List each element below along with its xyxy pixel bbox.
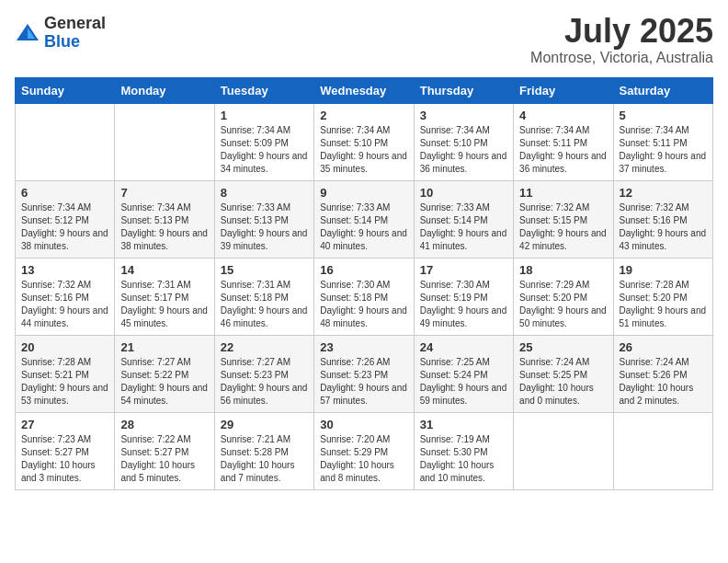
- calendar-week-row: 27Sunrise: 7:23 AM Sunset: 5:27 PM Dayli…: [16, 413, 713, 490]
- day-number: 27: [21, 418, 108, 431]
- day-info: Sunrise: 7:24 AM Sunset: 5:25 PM Dayligh…: [519, 356, 607, 408]
- day-info: Sunrise: 7:34 AM Sunset: 5:12 PM Dayligh…: [21, 201, 108, 253]
- day-info: Sunrise: 7:31 AM Sunset: 5:18 PM Dayligh…: [221, 279, 308, 330]
- calendar-cell: 13Sunrise: 7:32 AM Sunset: 5:16 PM Dayli…: [16, 259, 115, 336]
- calendar-cell: 23Sunrise: 7:26 AM Sunset: 5:23 PM Dayli…: [314, 336, 414, 413]
- day-number: 23: [320, 340, 407, 354]
- day-info: Sunrise: 7:34 AM Sunset: 5:09 PM Dayligh…: [221, 124, 308, 176]
- day-info: Sunrise: 7:34 AM Sunset: 5:10 PM Dayligh…: [320, 124, 407, 176]
- calendar-week-row: 1Sunrise: 7:34 AM Sunset: 5:09 PM Daylig…: [16, 104, 713, 181]
- calendar-cell: [514, 413, 613, 490]
- day-number: 6: [21, 186, 108, 200]
- weekday-header-tuesday: Tuesday: [214, 78, 313, 104]
- day-info: Sunrise: 7:27 AM Sunset: 5:23 PM Dayligh…: [221, 356, 308, 408]
- title-block: July 2025 Montrose, Victoria, Australia: [530, 15, 713, 66]
- month-year: July 2025: [530, 15, 713, 48]
- day-number: 9: [320, 186, 407, 200]
- calendar-cell: [16, 104, 115, 181]
- calendar-cell: 7Sunrise: 7:34 AM Sunset: 5:13 PM Daylig…: [115, 181, 214, 259]
- day-number: 24: [420, 340, 507, 354]
- calendar-cell: 28Sunrise: 7:22 AM Sunset: 5:27 PM Dayli…: [115, 413, 214, 490]
- calendar-cell: 22Sunrise: 7:27 AM Sunset: 5:23 PM Dayli…: [214, 336, 313, 413]
- day-info: Sunrise: 7:33 AM Sunset: 5:14 PM Dayligh…: [420, 201, 507, 253]
- day-number: 17: [420, 263, 507, 277]
- day-number: 19: [620, 263, 707, 277]
- calendar-cell: 9Sunrise: 7:33 AM Sunset: 5:14 PM Daylig…: [314, 181, 414, 259]
- day-info: Sunrise: 7:29 AM Sunset: 5:20 PM Dayligh…: [519, 279, 607, 330]
- calendar-week-row: 6Sunrise: 7:34 AM Sunset: 5:12 PM Daylig…: [16, 181, 713, 259]
- calendar-week-row: 13Sunrise: 7:32 AM Sunset: 5:16 PM Dayli…: [16, 259, 713, 336]
- day-info: Sunrise: 7:32 AM Sunset: 5:16 PM Dayligh…: [21, 279, 108, 330]
- logo: General Blue: [15, 15, 106, 52]
- day-info: Sunrise: 7:27 AM Sunset: 5:22 PM Dayligh…: [120, 356, 208, 408]
- day-info: Sunrise: 7:34 AM Sunset: 5:11 PM Dayligh…: [620, 124, 707, 176]
- day-info: Sunrise: 7:31 AM Sunset: 5:17 PM Dayligh…: [120, 279, 208, 330]
- day-info: Sunrise: 7:34 AM Sunset: 5:11 PM Dayligh…: [519, 124, 607, 176]
- calendar-cell: 1Sunrise: 7:34 AM Sunset: 5:09 PM Daylig…: [214, 104, 313, 181]
- day-info: Sunrise: 7:32 AM Sunset: 5:15 PM Dayligh…: [519, 201, 607, 253]
- day-info: Sunrise: 7:26 AM Sunset: 5:23 PM Dayligh…: [320, 356, 407, 408]
- day-number: 29: [221, 418, 308, 431]
- day-info: Sunrise: 7:30 AM Sunset: 5:19 PM Dayligh…: [420, 279, 507, 330]
- location: Montrose, Victoria, Australia: [530, 50, 713, 66]
- calendar-cell: 12Sunrise: 7:32 AM Sunset: 5:16 PM Dayli…: [613, 181, 712, 259]
- day-info: Sunrise: 7:28 AM Sunset: 5:20 PM Dayligh…: [620, 279, 707, 330]
- calendar-week-row: 20Sunrise: 7:28 AM Sunset: 5:21 PM Dayli…: [16, 336, 713, 413]
- day-info: Sunrise: 7:25 AM Sunset: 5:24 PM Dayligh…: [420, 356, 507, 408]
- calendar-cell: 29Sunrise: 7:21 AM Sunset: 5:28 PM Dayli…: [214, 413, 313, 490]
- day-number: 25: [519, 340, 607, 354]
- day-number: 3: [420, 109, 507, 122]
- day-number: 14: [120, 263, 208, 277]
- day-number: 20: [21, 340, 108, 354]
- day-number: 30: [320, 418, 407, 431]
- calendar-cell: 17Sunrise: 7:30 AM Sunset: 5:19 PM Dayli…: [414, 259, 513, 336]
- calendar-cell: 3Sunrise: 7:34 AM Sunset: 5:10 PM Daylig…: [414, 104, 513, 181]
- calendar-cell: 20Sunrise: 7:28 AM Sunset: 5:21 PM Dayli…: [16, 336, 115, 413]
- day-number: 7: [120, 186, 208, 200]
- calendar-cell: [115, 104, 214, 181]
- day-number: 31: [420, 418, 507, 431]
- day-number: 15: [221, 263, 308, 277]
- day-info: Sunrise: 7:33 AM Sunset: 5:14 PM Dayligh…: [320, 201, 407, 253]
- calendar-cell: 24Sunrise: 7:25 AM Sunset: 5:24 PM Dayli…: [414, 336, 513, 413]
- weekday-header-wednesday: Wednesday: [314, 78, 414, 104]
- calendar-cell: 8Sunrise: 7:33 AM Sunset: 5:13 PM Daylig…: [214, 181, 313, 259]
- day-info: Sunrise: 7:33 AM Sunset: 5:13 PM Dayligh…: [221, 201, 308, 253]
- weekday-header-thursday: Thursday: [414, 78, 513, 104]
- calendar-cell: 19Sunrise: 7:28 AM Sunset: 5:20 PM Dayli…: [613, 259, 712, 336]
- calendar-cell: 2Sunrise: 7:34 AM Sunset: 5:10 PM Daylig…: [314, 104, 414, 181]
- logo-icon: [15, 20, 40, 46]
- day-number: 22: [221, 340, 308, 354]
- day-info: Sunrise: 7:30 AM Sunset: 5:18 PM Dayligh…: [320, 279, 407, 330]
- day-number: 2: [320, 109, 407, 122]
- day-number: 26: [620, 340, 707, 354]
- day-number: 11: [519, 186, 607, 200]
- page-header: General Blue July 2025 Montrose, Victori…: [15, 15, 713, 66]
- day-number: 12: [620, 186, 707, 200]
- calendar-cell: 30Sunrise: 7:20 AM Sunset: 5:29 PM Dayli…: [314, 413, 414, 490]
- weekday-header-sunday: Sunday: [16, 78, 115, 104]
- day-number: 1: [221, 109, 308, 122]
- day-number: 13: [21, 263, 108, 277]
- weekday-header-friday: Friday: [514, 78, 613, 104]
- calendar-cell: 4Sunrise: 7:34 AM Sunset: 5:11 PM Daylig…: [514, 104, 613, 181]
- day-number: 4: [519, 109, 607, 122]
- calendar-cell: 5Sunrise: 7:34 AM Sunset: 5:11 PM Daylig…: [613, 104, 712, 181]
- logo-text: General Blue: [44, 15, 106, 52]
- calendar-cell: 25Sunrise: 7:24 AM Sunset: 5:25 PM Dayli…: [514, 336, 613, 413]
- day-number: 28: [120, 418, 208, 431]
- calendar-cell: 11Sunrise: 7:32 AM Sunset: 5:15 PM Dayli…: [514, 181, 613, 259]
- day-number: 5: [620, 109, 707, 122]
- day-info: Sunrise: 7:28 AM Sunset: 5:21 PM Dayligh…: [21, 356, 108, 408]
- calendar-cell: 21Sunrise: 7:27 AM Sunset: 5:22 PM Dayli…: [115, 336, 214, 413]
- calendar-cell: [613, 413, 712, 490]
- calendar-cell: 27Sunrise: 7:23 AM Sunset: 5:27 PM Dayli…: [16, 413, 115, 490]
- calendar-cell: 14Sunrise: 7:31 AM Sunset: 5:17 PM Dayli…: [115, 259, 214, 336]
- day-number: 16: [320, 263, 407, 277]
- calendar-cell: 18Sunrise: 7:29 AM Sunset: 5:20 PM Dayli…: [514, 259, 613, 336]
- day-info: Sunrise: 7:24 AM Sunset: 5:26 PM Dayligh…: [620, 356, 707, 408]
- day-number: 8: [221, 186, 308, 200]
- calendar-cell: 15Sunrise: 7:31 AM Sunset: 5:18 PM Dayli…: [214, 259, 313, 336]
- day-info: Sunrise: 7:23 AM Sunset: 5:27 PM Dayligh…: [21, 433, 108, 485]
- day-number: 18: [519, 263, 607, 277]
